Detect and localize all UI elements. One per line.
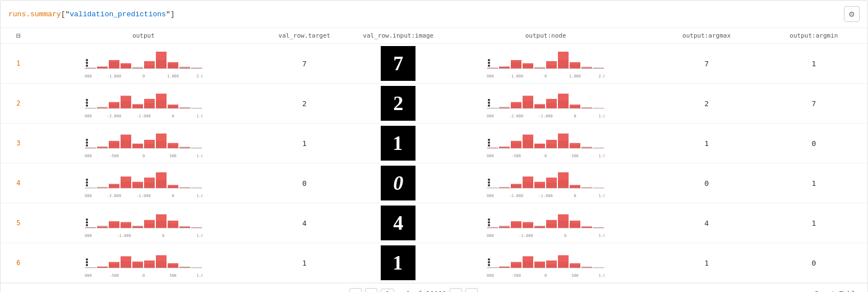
table-row: 5-2,000-1,00001,00044-2,000-1,00001,0004… [1,203,867,243]
table-row: 1-2,000-1,00001,0002,00077-2,000-1,00001… [1,44,867,84]
svg-text:-2,000: -2,000 [107,114,121,117]
target-value: 7 [251,44,358,84]
digit-image: 2 [358,84,438,124]
svg-rect-160 [570,143,580,148]
svg-point-195 [86,184,88,186]
row-number: 1 [1,44,36,84]
svg-point-340 [488,258,490,261]
svg-text:0: 0 [172,114,174,117]
node-chart-cell: -2,000-1,00001,000 [438,203,653,243]
svg-text:1,000: 1,000 [599,234,605,237]
last-page-button[interactable]: → [465,288,478,292]
svg-point-137 [86,144,88,147]
svg-rect-275 [570,220,580,227]
next-page-button[interactable]: › [450,288,462,292]
node-chart-cell: -1,000-50005001,000 [438,243,653,283]
output-chart-cell: -3,000-2,000-1,00001,000 [36,163,251,203]
row-number: 3 [1,124,36,163]
svg-rect-210 [523,176,533,188]
svg-rect-127 [144,140,155,148]
target-value: 2 [251,84,358,124]
svg-text:500: 500 [169,154,177,157]
svg-text:0: 0 [162,234,164,237]
first-page-button[interactable]: ← [349,288,362,292]
output-chart-cell: -2,000-1,00001,0002,000 [36,44,251,84]
digit-image: 1 [358,124,438,163]
argmax-value: 1 [653,243,760,283]
svg-point-80 [86,102,88,104]
svg-point-23 [86,59,88,61]
svg-point-166 [488,144,490,147]
svg-text:0: 0 [142,154,145,157]
code-bracket-close: "] [166,10,175,19]
svg-rect-212 [534,181,545,188]
digit-image: 7 [358,44,438,84]
svg-point-253 [86,224,88,226]
svg-rect-67 [132,104,143,108]
svg-rect-277 [581,226,592,227]
col-header-output: output [36,28,251,44]
svg-text:0: 0 [544,273,547,277]
svg-rect-295 [121,256,131,268]
current-page[interactable]: 1 [381,289,394,292]
svg-point-108 [488,104,490,107]
svg-point-225 [488,181,490,184]
svg-rect-44 [570,62,580,68]
svg-text:-1,000: -1,000 [487,154,494,157]
svg-rect-247 [168,220,178,227]
svg-text:1,000: 1,000 [599,194,605,197]
node-chart-cell: -2,000-1,00001,0002,000 [438,44,653,84]
svg-text:0: 0 [574,114,576,117]
svg-rect-156 [546,140,557,148]
svg-rect-243 [144,220,155,227]
svg-text:-1,000: -1,000 [136,114,150,117]
svg-text:-2,000: -2,000 [85,74,92,77]
target-value: 0 [251,163,358,203]
col-header-filter[interactable]: ⊟ [1,28,36,44]
node-chart-cell: -3,000-2,000-1,00001,000 [438,163,653,203]
svg-point-79 [86,104,88,107]
svg-rect-3 [97,67,108,69]
prev-page-button[interactable]: ‹ [365,288,377,292]
svg-rect-11 [144,61,155,68]
svg-rect-218 [570,185,580,188]
svg-text:-1,000: -1,000 [539,194,553,197]
col-header-argmax: output:argmax [653,28,760,44]
svg-rect-13 [156,52,167,69]
svg-rect-36 [523,63,533,68]
row-number: 2 [1,84,36,124]
svg-text:-3,000: -3,000 [85,114,92,117]
row-number: 5 [1,203,36,243]
code-bracket-open: [" [61,10,70,19]
svg-rect-65 [121,95,131,108]
svg-text:-1,000: -1,000 [487,273,494,277]
svg-rect-150 [511,140,521,148]
svg-text:-1,000: -1,000 [85,273,92,277]
svg-rect-73 [168,104,178,108]
svg-text:-2,000: -2,000 [487,74,494,77]
settings-button[interactable]: ⚙ [844,6,860,22]
argmax-value: 0 [653,163,760,203]
svg-text:1,000: 1,000 [196,194,202,197]
svg-point-338 [488,264,490,266]
filter-icon: ⊟ [16,31,21,40]
svg-text:1,000: 1,000 [196,154,202,157]
svg-rect-15 [168,62,178,68]
svg-rect-320 [499,267,510,268]
svg-rect-332 [570,263,580,267]
svg-rect-271 [546,220,557,227]
digit-image: 1 [358,243,438,283]
svg-text:0: 0 [564,234,566,237]
svg-rect-17 [179,67,190,69]
svg-rect-129 [156,133,167,148]
svg-rect-245 [156,214,167,227]
svg-rect-102 [570,104,580,108]
svg-text:1,000: 1,000 [167,74,179,77]
col-header-node: output:node [438,28,653,44]
svg-rect-330 [558,255,569,268]
output-chart-cell: -2,000-1,00001,000 [36,203,251,243]
svg-rect-7 [121,63,131,68]
svg-rect-100 [558,93,569,108]
svg-text:-2,000: -2,000 [85,234,92,237]
svg-rect-69 [144,99,155,108]
